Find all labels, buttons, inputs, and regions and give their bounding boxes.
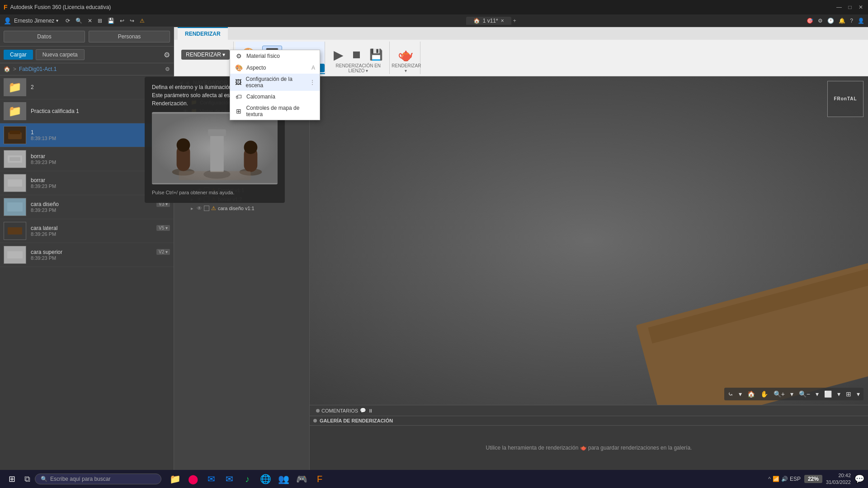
tab-renderizar[interactable]: RENDERIZAR <box>178 27 228 40</box>
zoom-dropdown[interactable]: ▾ <box>788 389 795 399</box>
taskbar-outlook[interactable]: ✉ <box>203 471 219 487</box>
home-view-button[interactable]: 🏠 <box>745 389 757 399</box>
label-cara-diseno-v11: cara diseño v1:1 <box>218 206 306 211</box>
orbit-button[interactable]: ⤿ <box>726 389 735 399</box>
menu-item-material-fisico[interactable]: ⚙ Material físico <box>230 50 320 62</box>
renderizar-main-button[interactable]: RENDERIZAR ▾ <box>181 50 230 60</box>
renderizar-tools: RENDERIZAR ▾ <box>181 42 230 74</box>
thumb-borrar1 <box>4 150 26 168</box>
close-x-icon[interactable]: ✕ <box>88 18 92 24</box>
svg-point-11 <box>177 138 190 152</box>
save-icon[interactable]: 💾 <box>108 18 114 24</box>
datos-button[interactable]: Datos <box>4 31 85 42</box>
taskbar-game[interactable]: 🎮 <box>293 471 310 487</box>
redo-icon[interactable]: ↪ <box>130 18 134 24</box>
orbit-dropdown[interactable]: ▾ <box>737 389 744 399</box>
apps-grid-icon[interactable]: ⊞ <box>98 18 102 24</box>
file-version-cara-lateral[interactable]: V5 ▾ <box>156 225 170 231</box>
taskbar-fusion[interactable]: F <box>311 471 328 487</box>
canvas-stop-button[interactable]: ⏹ <box>349 47 365 63</box>
gallery-hint-text: Utilice la herramienta de renderización … <box>486 445 692 451</box>
config-dropdown-menu: ⚙ Material físico 🎨 Aspecto A 🖼 Configur… <box>230 50 320 120</box>
taskbar-apps: 📁 ⬤ ✉ ✉ ♪ 🌐 👥 🎮 F <box>167 471 328 487</box>
comments-icon: 💬 <box>360 408 366 413</box>
aspecto-shortcut: A <box>311 65 315 71</box>
taskbar-browser[interactable]: 🌐 <box>257 471 274 487</box>
cargar-button[interactable]: Cargar <box>4 50 33 60</box>
search-icon[interactable]: 🔍 <box>75 18 82 24</box>
clock-icon[interactable]: 🕐 <box>827 18 834 24</box>
sidebar-settings-button[interactable]: ⚙ <box>164 51 170 59</box>
comments-section[interactable]: COMENTARIOS 💬 ⏸ <box>313 408 376 413</box>
titlebar: F Autodesk Fusion 360 (Licencia educativ… <box>0 0 868 14</box>
maximize-button[interactable]: □ <box>846 4 854 11</box>
undo-icon[interactable]: ↩ <box>120 18 124 24</box>
tray-lang[interactable]: ESP <box>790 476 801 482</box>
folder-icon-practica: 📁 <box>4 102 26 120</box>
user-chevron[interactable]: ▾ <box>56 18 58 23</box>
menu-item-calcomania[interactable]: 🏷 Calcomanía <box>230 91 320 103</box>
menu-item-aspecto[interactable]: 🎨 Aspecto A <box>230 62 320 74</box>
file-version-cara-superior[interactable]: V2 ▾ <box>156 249 170 255</box>
taskbar-office[interactable]: ⬤ <box>185 471 201 487</box>
file-name-cara-lateral: cara lateral <box>31 225 170 231</box>
comments-collapse[interactable]: ⏸ <box>368 408 373 413</box>
nueva-carpeta-button[interactable]: Nueva carpeta <box>36 49 85 60</box>
canvas-save-button[interactable]: 💾 <box>367 47 386 63</box>
tray-network[interactable]: 📶 <box>773 476 779 482</box>
help-icon[interactable]: ? <box>850 18 853 24</box>
minimize-button[interactable]: — <box>835 4 843 11</box>
notification-button[interactable]: 💬 <box>854 474 864 484</box>
taskbar-mail[interactable]: ✉ <box>221 471 237 487</box>
sidebar-nav-settings[interactable]: ⚙ <box>165 66 170 72</box>
check-cara-diseno-v11[interactable] <box>204 206 209 211</box>
teapot-button[interactable]: 🫖 <box>395 46 416 64</box>
breadcrumb-fabdig[interactable]: FabDig01-Act.1 <box>19 66 57 72</box>
display-mode-button[interactable]: ⬜ <box>822 389 834 399</box>
taskbar-file-explorer[interactable]: 📁 <box>167 471 183 487</box>
viewcube[interactable]: FRonTAL <box>827 81 863 117</box>
zoom-dropdown2[interactable]: ▾ <box>814 389 821 399</box>
svg-rect-14 <box>208 129 226 136</box>
start-button[interactable]: ⊞ <box>4 471 20 487</box>
grid-button[interactable]: ⊞ <box>844 389 853 399</box>
zoom-in-button[interactable]: 🔍+ <box>772 389 787 399</box>
canvas-play-button[interactable]: ▶ <box>330 46 347 64</box>
display-dropdown[interactable]: ▾ <box>835 389 842 399</box>
viewcube-frontal-label: FRonTAL <box>834 96 857 102</box>
zoom-out-button[interactable]: 🔍− <box>797 389 812 399</box>
taskview-button[interactable]: ⧉ <box>22 474 33 484</box>
menu-item-config-escena[interactable]: 🖼 Configuración de la escena ⋮ <box>230 74 320 91</box>
account-icon[interactable]: 👤 <box>858 18 864 24</box>
home-icon[interactable]: 🏠 <box>4 66 10 72</box>
close-button[interactable]: ✕ <box>857 4 864 11</box>
taskbar-spotify[interactable]: ♪ <box>239 471 255 487</box>
gallery-title: GALERÍA DE RENDERIZACIÓN <box>320 418 393 423</box>
eye-cara-diseno-v11[interactable]: 👁 <box>197 205 202 211</box>
tray-volume[interactable]: 🔊 <box>781 476 788 482</box>
main-viewport[interactable]: FRonTAL ⤿ ▾ 🏠 ✋ 🔍+ ▾ 🔍− ▾ <box>310 76 868 416</box>
ribbon-group-renderizar: RENDERIZAR ▾ <box>178 42 234 74</box>
grid-dropdown[interactable]: ▾ <box>855 389 862 399</box>
pan-button[interactable]: ✋ <box>759 389 770 399</box>
file-item-cara-superior[interactable]: V2 ▾ cara superior 8:39:23 PM <box>0 243 174 267</box>
settings-icon[interactable]: ⚙ <box>818 18 823 24</box>
gallery-header: GALERÍA DE RENDERIZACIÓN <box>310 416 868 426</box>
viewport-canvas: FRonTAL ⤿ ▾ 🏠 ✋ 🔍+ ▾ 🔍− ▾ <box>310 76 868 405</box>
personas-button[interactable]: Personas <box>89 31 170 42</box>
menu-item-controles-textura[interactable]: ⊞ Controles de mapa de textura <box>230 103 320 120</box>
svg-rect-1 <box>9 131 20 134</box>
file-item-cara-lateral[interactable]: V5 ▾ cara lateral 8:39:26 PM <box>0 219 174 243</box>
taskbar-teams[interactable]: 👥 <box>275 471 292 487</box>
expand-cara-diseno-v11[interactable]: ▸ <box>189 206 195 211</box>
workspace-icon[interactable]: 🎯 <box>807 18 813 24</box>
new-tab-button[interactable]: + <box>513 18 516 24</box>
nav-cara-diseno-v11[interactable]: ▸ 👁 ⚠ cara diseño v1:1 <box>174 204 309 213</box>
tray-arrow[interactable]: ^ <box>768 476 771 482</box>
active-tab[interactable]: 🏠 1 v11* × <box>466 17 511 25</box>
main-layout: Datos Personas Cargar Nueva carpeta ⚙ 🏠 … <box>0 27 868 470</box>
taskbar-search[interactable]: 🔍 Escribe aquí para buscar <box>35 474 161 484</box>
refresh-icon[interactable]: ⟳ <box>66 18 70 24</box>
bell-icon[interactable]: 🔔 <box>839 18 845 24</box>
tab-close-button[interactable]: × <box>501 18 504 24</box>
